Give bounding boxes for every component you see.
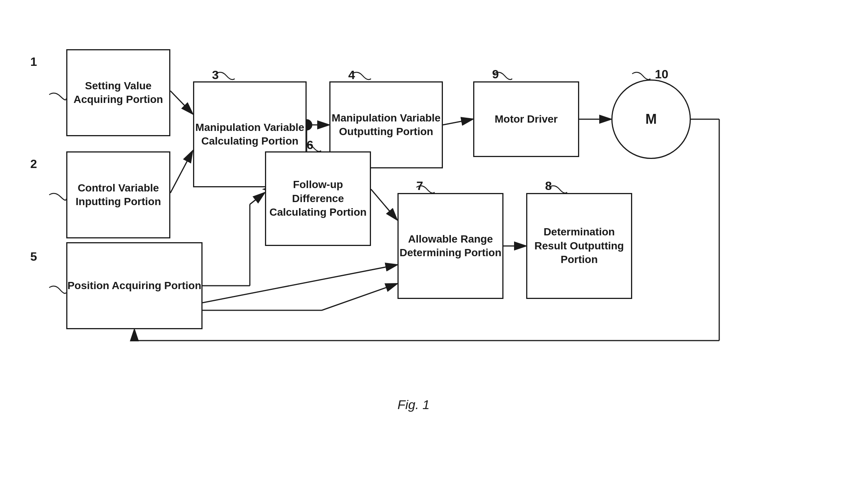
svg-line-4 <box>170 151 192 193</box>
svg-line-12 <box>250 193 264 204</box>
determination-label: Determination Result Outputting Portion <box>527 225 631 266</box>
label-2: 2 <box>30 157 37 171</box>
figure-label: Fig. 1 <box>397 397 430 412</box>
motor-circle: M <box>611 79 691 159</box>
allowable-box: Allowable Range Determining Portion <box>397 193 503 299</box>
svg-line-3 <box>170 91 192 114</box>
label-8: 8 <box>545 179 552 193</box>
setting-value-box: Setting Value Acquiring Portion <box>66 49 170 136</box>
motor-label: M <box>645 111 657 127</box>
motor-driver-label: Motor Driver <box>495 112 558 126</box>
followup-box: Follow-up Difference Calculating Portion <box>265 151 371 246</box>
control-variable-box: Control Variable Inputting Portion <box>66 151 170 238</box>
control-variable-label: Control Variable Inputting Portion <box>67 181 169 209</box>
allowable-label: Allowable Range Determining Portion <box>399 232 502 260</box>
motor-driver-box: Motor Driver <box>473 81 579 157</box>
diagram: Setting Value Acquiring Portion 1 Contro… <box>0 0 868 498</box>
label-10: 10 <box>655 67 669 81</box>
determination-box: Determination Result Outputting Portion <box>526 193 632 299</box>
setting-value-label: Setting Value Acquiring Portion <box>67 79 169 107</box>
label-9: 9 <box>492 67 499 81</box>
followup-label: Follow-up Difference Calculating Portion <box>266 178 370 219</box>
svg-line-21 <box>322 284 397 310</box>
svg-line-13 <box>203 265 397 303</box>
position-label: Position Acquiring Portion <box>67 279 201 293</box>
label-4: 4 <box>348 68 355 82</box>
label-3: 3 <box>212 68 219 82</box>
manip-out-label: Manipulation Variable Outputting Portion <box>330 111 442 139</box>
svg-line-14 <box>371 189 397 219</box>
manip-calc-label: Manipulation Variable Calculating Portio… <box>194 121 305 148</box>
label-6: 6 <box>307 138 313 152</box>
svg-line-8 <box>443 119 472 125</box>
label-5: 5 <box>30 250 37 264</box>
label-1: 1 <box>30 55 37 69</box>
position-box: Position Acquiring Portion <box>66 242 203 329</box>
label-7: 7 <box>416 179 423 193</box>
